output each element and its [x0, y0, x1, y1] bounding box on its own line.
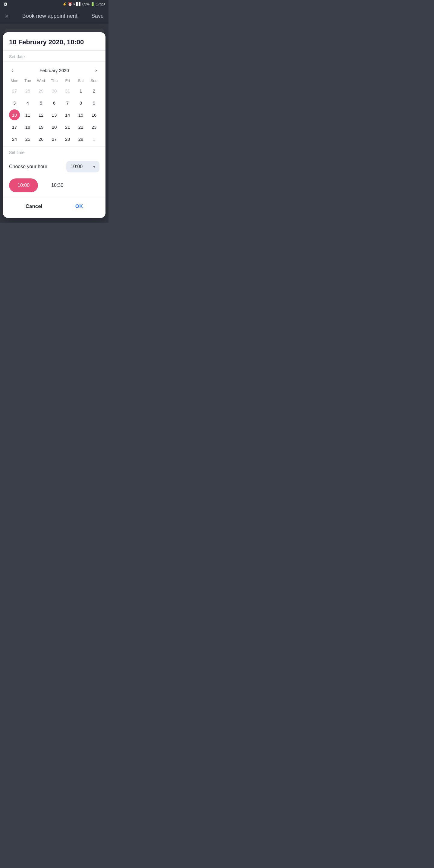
- calendar-day[interactable]: 8: [75, 97, 86, 108]
- datetime-picker-modal: 10 February 2020, 10:00 Set date ‹ Febru…: [3, 32, 105, 218]
- calendar: ‹ February 2020 › Mon Tue Wed Thu Fri Sa…: [3, 62, 105, 145]
- choose-hour-label: Choose your hour: [9, 164, 47, 169]
- day-header-sat: Sat: [74, 76, 87, 85]
- calendar-nav: ‹ February 2020 ›: [8, 64, 101, 76]
- calendar-day-selected[interactable]: 10: [9, 110, 20, 120]
- calendar-day[interactable]: 26: [36, 133, 46, 144]
- calendar-day[interactable]: 9: [89, 97, 99, 108]
- calendar-day[interactable]: 1: [75, 85, 86, 96]
- status-left: 🖼: [4, 2, 7, 6]
- clock: 17:20: [96, 2, 105, 6]
- modal-footer: Cancel OK: [3, 197, 105, 218]
- calendar-day[interactable]: 23: [89, 121, 99, 132]
- calendar-day[interactable]: 5: [36, 97, 46, 108]
- header-title: Book new appointment: [22, 13, 78, 19]
- calendar-day[interactable]: 28: [22, 85, 33, 96]
- time-option-1000[interactable]: 10:00: [9, 179, 38, 192]
- calendar-day[interactable]: 7: [62, 97, 73, 108]
- hour-picker-row: Choose your hour 10:00 ▾: [3, 157, 105, 175]
- battery-percent: 65%: [82, 2, 90, 6]
- calendar-grid: Mon Tue Wed Thu Fri Sat Sun 27 28 29 30 …: [8, 76, 101, 145]
- set-time-label: Set time: [3, 146, 105, 157]
- calendar-day[interactable]: 1: [89, 133, 99, 144]
- calendar-day[interactable]: 24: [9, 133, 20, 144]
- calendar-day[interactable]: 29: [75, 133, 86, 144]
- alarm-icon: ⏰: [68, 2, 72, 6]
- hour-dropdown[interactable]: 10:00 ▾: [66, 161, 99, 173]
- calendar-day[interactable]: 17: [9, 121, 20, 132]
- calendar-day[interactable]: 27: [49, 133, 60, 144]
- close-button[interactable]: ×: [5, 13, 8, 20]
- chevron-down-icon: ▾: [93, 164, 95, 169]
- calendar-day[interactable]: 25: [22, 133, 33, 144]
- day-header-mon: Mon: [8, 76, 21, 85]
- prev-month-button[interactable]: ‹: [9, 67, 16, 73]
- day-header-tue: Tue: [21, 76, 34, 85]
- calendar-day[interactable]: 22: [75, 121, 86, 132]
- status-right: ⚡ ⏰ ▾ ▋▋ 65% 🔋 17:20: [62, 2, 105, 6]
- calendar-day[interactable]: 12: [36, 110, 46, 120]
- next-month-button[interactable]: ›: [93, 67, 99, 73]
- cancel-button[interactable]: Cancel: [19, 201, 50, 212]
- calendar-day[interactable]: 4: [22, 97, 33, 108]
- background-content: 10 February 2020, 10:00 Set date ‹ Febru…: [0, 24, 108, 223]
- bluetooth-icon: ⚡: [62, 2, 67, 6]
- calendar-day[interactable]: 11: [22, 110, 33, 120]
- signal-icon: ▋▋: [76, 2, 82, 6]
- day-header-sun: Sun: [87, 76, 101, 85]
- set-date-label: Set date: [3, 51, 105, 62]
- calendar-day[interactable]: 2: [89, 85, 99, 96]
- time-options: 10:00 10:30: [3, 175, 105, 197]
- day-header-fri: Fri: [61, 76, 74, 85]
- calendar-day[interactable]: 16: [89, 110, 99, 120]
- calendar-day[interactable]: 21: [62, 121, 73, 132]
- calendar-day[interactable]: 15: [75, 110, 86, 120]
- month-label: February 2020: [39, 68, 69, 73]
- calendar-day[interactable]: 29: [36, 85, 46, 96]
- calendar-day[interactable]: 27: [9, 85, 20, 96]
- calendar-day[interactable]: 3: [9, 97, 20, 108]
- calendar-day[interactable]: 31: [62, 85, 73, 96]
- day-header-thu: Thu: [48, 76, 61, 85]
- selected-datetime: 10 February 2020, 10:00: [9, 38, 99, 46]
- time-option-1030[interactable]: 10:30: [43, 179, 72, 192]
- hour-dropdown-value: 10:00: [70, 164, 83, 169]
- app-header: × Book new appointment Save: [0, 8, 108, 24]
- status-bar: 🖼 ⚡ ⏰ ▾ ▋▋ 65% 🔋 17:20: [0, 0, 108, 8]
- calendar-day[interactable]: 14: [62, 110, 73, 120]
- modal-header: 10 February 2020, 10:00: [3, 32, 105, 51]
- day-header-wed: Wed: [34, 76, 48, 85]
- wifi-icon: ▾: [73, 2, 75, 6]
- save-button[interactable]: Save: [91, 13, 104, 19]
- ok-button[interactable]: OK: [68, 201, 90, 212]
- calendar-day[interactable]: 18: [22, 121, 33, 132]
- calendar-day[interactable]: 19: [36, 121, 46, 132]
- calendar-day[interactable]: 6: [49, 97, 60, 108]
- calendar-day[interactable]: 28: [62, 133, 73, 144]
- calendar-day[interactable]: 20: [49, 121, 60, 132]
- photo-icon: 🖼: [4, 2, 7, 6]
- calendar-day[interactable]: 30: [49, 85, 60, 96]
- battery-icon: 🔋: [90, 2, 95, 6]
- calendar-day[interactable]: 13: [49, 110, 60, 120]
